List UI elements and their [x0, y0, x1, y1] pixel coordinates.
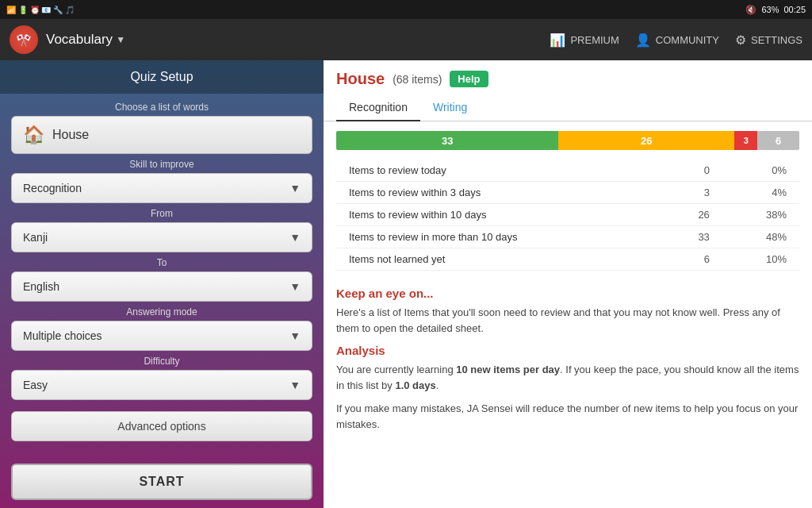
stats-row: Items to review within 3 days34%: [336, 182, 799, 204]
to-value: English: [23, 280, 59, 293]
answering-arrow-icon: ▼: [289, 329, 301, 342]
analysis-text-bold1: 10 new items per day: [456, 364, 560, 375]
start-button[interactable]: START: [11, 464, 312, 500]
nav-left: 🎌 Vocabulary ▼: [10, 25, 125, 54]
stat-percent: 10%: [722, 248, 799, 271]
stat-label: Items to review within 3 days: [336, 182, 661, 204]
answering-group: Answering mode Multiple choices ▼: [11, 306, 312, 351]
app-logo: 🎌: [10, 25, 38, 54]
stat-count: 26: [661, 204, 722, 226]
advanced-options-button[interactable]: Advanced options: [11, 411, 312, 441]
stat-percent: 48%: [722, 226, 799, 248]
tabs-bar: Recognition Writing: [324, 94, 812, 121]
from-dropdown[interactable]: Kanji ▼: [11, 222, 312, 252]
to-arrow-icon: ▼: [289, 280, 301, 293]
item-count: (68 items): [393, 73, 442, 86]
analysis-text-1: You are currently learning 10 new items …: [336, 362, 799, 393]
stat-percent: 0%: [722, 160, 799, 182]
tab-recognition[interactable]: Recognition: [336, 94, 420, 121]
stats-row: Items to review within 10 days2638%: [336, 204, 799, 226]
progress-section: 33 26 3 6 Items to review today00%Items …: [324, 121, 812, 280]
battery-level: 63%: [761, 5, 779, 14]
stat-percent: 38%: [722, 204, 799, 226]
settings-button[interactable]: ⚙ SETTINGS: [735, 33, 802, 48]
mute-icon: 🔇: [745, 5, 756, 15]
community-button[interactable]: 👤 COMMUNITY: [635, 33, 719, 48]
stat-count: 6: [661, 248, 722, 271]
settings-label: SETTINGS: [751, 34, 802, 46]
nav-right: 📊 PREMIUM 👤 COMMUNITY ⚙ SETTINGS: [550, 33, 802, 48]
bar-gray-value: 6: [776, 135, 781, 147]
bar-green: 33: [336, 131, 558, 150]
nav-chevron-icon: ▼: [116, 34, 125, 45]
house-icon: 🏠: [23, 125, 44, 145]
main-layout: Quiz Setup Choose a list of words 🏠 Hous…: [0, 60, 812, 508]
analysis-title: Analysis: [336, 344, 799, 357]
difficulty-value: Easy: [23, 379, 48, 391]
quiz-setup-header: Quiz Setup: [0, 60, 324, 94]
advanced-options-label: Advanced options: [117, 420, 205, 433]
difficulty-group: Difficulty Easy ▼: [11, 356, 312, 400]
bar-gray: 6: [757, 131, 799, 150]
bar-green-value: 33: [442, 135, 453, 147]
premium-icon: 📊: [550, 33, 565, 48]
skill-arrow-icon: ▼: [289, 182, 301, 194]
premium-button[interactable]: 📊 PREMIUM: [550, 33, 619, 48]
stats-row: Items to review today00%: [336, 160, 799, 182]
tab-recognition-label: Recognition: [349, 101, 408, 114]
from-arrow-icon: ▼: [289, 231, 301, 244]
community-label: COMMUNITY: [656, 34, 719, 46]
stat-label: Items to review in more than 10 days: [336, 226, 661, 248]
skill-dropdown[interactable]: Recognition ▼: [11, 173, 312, 203]
stat-count: 3: [661, 182, 722, 204]
help-label: Help: [458, 73, 480, 85]
skill-label: Skill to improve: [11, 159, 312, 170]
to-dropdown[interactable]: English ▼: [11, 271, 312, 302]
stats-row: Items to review in more than 10 days3348…: [336, 226, 799, 248]
skill-value: Recognition: [23, 182, 82, 194]
stat-label: Items to review today: [336, 160, 661, 182]
status-icons-left: 📶 🔋 ⏰ 📧 🔧 🎵: [6, 6, 75, 14]
bar-yellow-value: 26: [641, 135, 652, 147]
stats-row: Items not learned yet610%: [336, 248, 799, 271]
answering-value: Multiple choices: [23, 329, 102, 342]
status-bar: 📶 🔋 ⏰ 📧 🔧 🎵 🔇 63% 00:25: [0, 0, 812, 19]
tab-writing-label: Writing: [433, 101, 467, 114]
analysis-text-p1: You are currently learning: [336, 364, 456, 375]
analysis-text-2: If you make many mistakes, JA Sensei wil…: [336, 401, 799, 432]
left-content: Choose a list of words 🏠 House Skill to …: [0, 94, 324, 457]
word-list-button[interactable]: 🏠 House: [11, 116, 312, 154]
keep-eye-text: Here's a list of Items that you'll soon …: [336, 305, 799, 336]
left-panel: Quiz Setup Choose a list of words 🏠 Hous…: [0, 60, 324, 508]
stat-percent: 4%: [722, 182, 799, 204]
difficulty-label: Difficulty: [11, 356, 312, 367]
to-group: To English ▼: [11, 257, 312, 302]
stat-label: Items to review within 10 days: [336, 204, 661, 226]
premium-label: PREMIUM: [570, 34, 619, 46]
word-list-label: Choose a list of words: [11, 102, 312, 113]
right-panel: House (68 items) Help Recognition Writin…: [324, 60, 812, 508]
list-title: House: [336, 70, 385, 88]
word-list-group: Choose a list of words 🏠 House: [11, 102, 312, 154]
right-scroll-area: Keep an eye on... Here's a list of Items…: [324, 280, 812, 508]
top-nav: 🎌 Vocabulary ▼ 📊 PREMIUM 👤 COMMUNITY ⚙ S…: [0, 19, 812, 60]
stats-table: Items to review today00%Items to review …: [336, 160, 799, 271]
stat-count: 0: [661, 160, 722, 182]
difficulty-dropdown[interactable]: Easy ▼: [11, 370, 312, 400]
from-group: From Kanji ▼: [11, 208, 312, 252]
app-title[interactable]: Vocabulary ▼: [46, 32, 125, 48]
stat-count: 33: [661, 226, 722, 248]
analysis-text-bold2: 1.0 days: [395, 379, 435, 391]
app-name-label: Vocabulary: [46, 32, 113, 48]
bar-red-value: 3: [744, 136, 749, 145]
help-button[interactable]: Help: [450, 71, 488, 87]
bar-yellow: 26: [558, 131, 734, 150]
selected-word-label: House: [52, 128, 89, 142]
bar-red: 3: [734, 131, 757, 150]
skill-group: Skill to improve Recognition ▼: [11, 159, 312, 203]
status-info: 🔇 63% 00:25: [745, 5, 806, 15]
answering-dropdown[interactable]: Multiple choices ▼: [11, 321, 312, 351]
community-icon: 👤: [635, 33, 651, 48]
tab-writing[interactable]: Writing: [420, 94, 480, 121]
start-label: START: [139, 475, 184, 488]
